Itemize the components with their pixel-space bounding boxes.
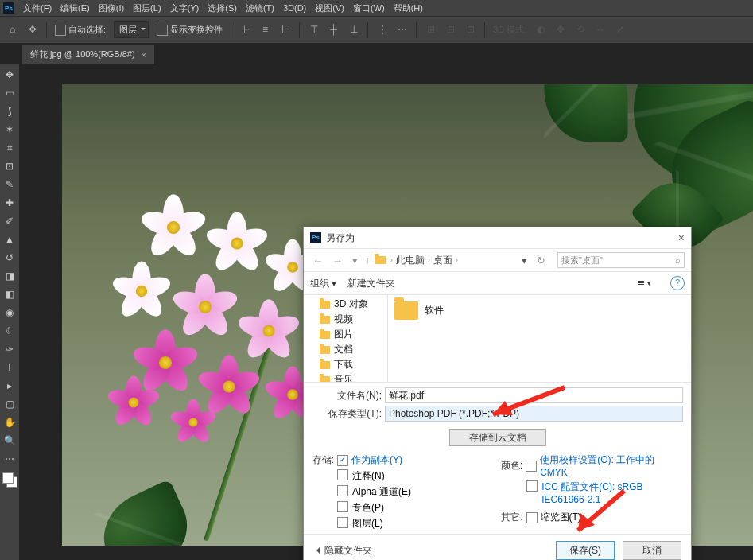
align-center-h-icon[interactable]: ≡: [259, 24, 271, 36]
tree-images[interactable]: 图片: [304, 327, 387, 342]
separator: [367, 22, 368, 38]
breadcrumb-desktop[interactable]: 桌面: [433, 254, 452, 267]
eyedropper-tool[interactable]: ✎: [2, 177, 17, 192]
help-icon[interactable]: ?: [670, 276, 685, 290]
path-select-tool[interactable]: ▸: [2, 378, 17, 393]
menu-help[interactable]: 帮助(H): [394, 2, 423, 14]
dialog-title-bar[interactable]: Ps 另存为 ×: [304, 228, 691, 248]
menu-edit[interactable]: 编辑(E): [60, 2, 90, 14]
save-to-cloud-button[interactable]: 存储到云文档: [449, 429, 546, 446]
auto-select-checkbox[interactable]: [55, 25, 66, 36]
filename-input[interactable]: 鲜花.pdf: [385, 387, 683, 403]
breadcrumb[interactable]: › 此电脑 › 桌面 ›: [390, 254, 458, 267]
thumb-checkbox[interactable]: [526, 512, 538, 523]
marquee-tool[interactable]: ▭: [2, 85, 17, 100]
separator: [231, 22, 231, 38]
dodge-tool[interactable]: ☾: [2, 323, 17, 338]
align-top-icon[interactable]: ⊤: [308, 24, 320, 36]
lasso-tool[interactable]: ⟆: [2, 103, 17, 119]
frame-tool[interactable]: ⊡: [2, 158, 17, 173]
menu-layer[interactable]: 图层(L): [133, 2, 161, 14]
eraser-tool[interactable]: ◨: [2, 268, 17, 283]
view-button[interactable]: ≣▾: [637, 278, 651, 289]
organize-button[interactable]: 组织 ▾: [310, 277, 336, 290]
separator: [484, 22, 485, 38]
tree-3d-objects[interactable]: 3D 对象: [304, 297, 387, 312]
breadcrumb-this-pc[interactable]: 此电脑: [396, 254, 425, 267]
zoom-tool[interactable]: 🔍: [2, 433, 17, 448]
align-center-v-icon[interactable]: ┼: [328, 24, 340, 36]
show-transform-label: 显示变换控件: [170, 25, 223, 34]
document-tab[interactable]: 鲜花.jpg @ 100%(RGB/8#) ×: [22, 45, 154, 64]
proof-checkbox[interactable]: [526, 461, 537, 472]
menu-type[interactable]: 文字(Y): [170, 2, 200, 14]
auto-select-dropdown[interactable]: 图层: [114, 21, 149, 38]
tree-music[interactable]: 音乐: [304, 372, 387, 382]
3d-scale-icon: ⤢: [614, 24, 626, 36]
spot-checkbox[interactable]: [337, 501, 348, 512]
distribute-h-icon[interactable]: ⋮: [376, 24, 388, 36]
close-tab-icon[interactable]: ×: [142, 50, 146, 60]
toolbar-more-icon[interactable]: ⋯: [2, 451, 17, 466]
separator: [46, 22, 47, 38]
save-button[interactable]: 保存(S): [556, 541, 615, 560]
shape-tool[interactable]: ▢: [2, 396, 17, 411]
recent-dropdown-icon[interactable]: ▾: [350, 255, 360, 266]
hide-folders-toggle[interactable]: 隐藏文件夹: [313, 544, 372, 558]
gradient-tool[interactable]: ◧: [2, 286, 17, 301]
search-input[interactable]: 搜索"桌面"⌕: [557, 252, 685, 268]
back-icon[interactable]: ←: [310, 255, 325, 266]
up-icon[interactable]: ↑: [365, 255, 370, 266]
stamp-tool[interactable]: ▲: [2, 231, 17, 247]
layers-checkbox[interactable]: [337, 517, 348, 528]
color-swatch[interactable]: [2, 472, 17, 488]
move-tool[interactable]: ✥: [2, 67, 17, 82]
cancel-button[interactable]: 取消: [623, 541, 681, 560]
dialog-fields: 文件名(N): 鲜花.pdf 保存类型(T): Photoshop PDF (*…: [304, 382, 691, 531]
new-folder-button[interactable]: 新建文件夹: [347, 277, 395, 290]
history-brush-tool[interactable]: ↺: [2, 250, 17, 265]
quick-select-tool[interactable]: ✶: [2, 122, 17, 137]
tree-downloads[interactable]: 下载: [304, 357, 387, 372]
alpha-checkbox[interactable]: [337, 485, 348, 496]
chevron-right-icon: ›: [428, 256, 430, 264]
folder-icon: [320, 316, 330, 324]
tool-palette: ✥ ▭ ⟆ ✶ ⌗ ⊡ ✎ ✚ ✐ ▲ ↺ ◨ ◧ ◉ ☾ ✑ T ▸ ▢ ✋ …: [0, 64, 19, 560]
dropdown-icon[interactable]: ▾: [519, 255, 530, 266]
icc-checkbox[interactable]: [526, 480, 538, 492]
menu-view[interactable]: 视图(V): [315, 2, 344, 14]
crop-tool[interactable]: ⌗: [2, 140, 17, 155]
as-copy-checkbox[interactable]: [337, 455, 348, 466]
healing-tool[interactable]: ✚: [2, 195, 17, 210]
list-item[interactable]: 软件: [394, 301, 444, 320]
menu-window[interactable]: 窗口(W): [353, 2, 385, 14]
ps-icon: Ps: [310, 232, 321, 243]
close-icon[interactable]: ×: [678, 231, 685, 244]
menu-image[interactable]: 图像(I): [99, 2, 124, 14]
menu-filter[interactable]: 滤镜(T): [246, 2, 274, 14]
align-bottom-icon[interactable]: ⊥: [347, 24, 359, 36]
menu-file[interactable]: 文件(F): [23, 2, 52, 14]
align-left-icon[interactable]: ⊩: [239, 24, 251, 36]
overflow-icon[interactable]: ⋯: [396, 24, 408, 36]
brush-tool[interactable]: ✐: [2, 213, 17, 228]
blur-tool[interactable]: ◉: [2, 305, 17, 320]
refresh-icon[interactable]: ↻: [534, 255, 548, 266]
pen-tool[interactable]: ✑: [2, 341, 17, 356]
folder-tree[interactable]: 3D 对象 视频 图片 文档 下载 音乐 桌面: [304, 295, 388, 382]
notes-label: 注释(N): [352, 469, 385, 483]
hand-tool[interactable]: ✋: [2, 414, 17, 430]
home-icon[interactable]: ⌂: [6, 24, 18, 36]
file-list[interactable]: 软件: [388, 295, 691, 382]
tree-videos[interactable]: 视频: [304, 312, 387, 327]
notes-checkbox[interactable]: [337, 469, 348, 480]
type-tool[interactable]: T: [2, 360, 17, 375]
save-type-dropdown[interactable]: Photoshop PDF (*.PDF;*.PDP): [385, 406, 683, 422]
menu-select[interactable]: 选择(S): [208, 2, 237, 14]
layers-label: 图层(L): [352, 517, 383, 531]
show-transform-checkbox[interactable]: [157, 25, 168, 36]
menu-3d[interactable]: 3D(D): [283, 3, 306, 13]
tree-documents[interactable]: 文档: [304, 342, 387, 357]
forward-icon[interactable]: →: [330, 255, 345, 266]
align-right-icon[interactable]: ⊢: [279, 24, 291, 36]
